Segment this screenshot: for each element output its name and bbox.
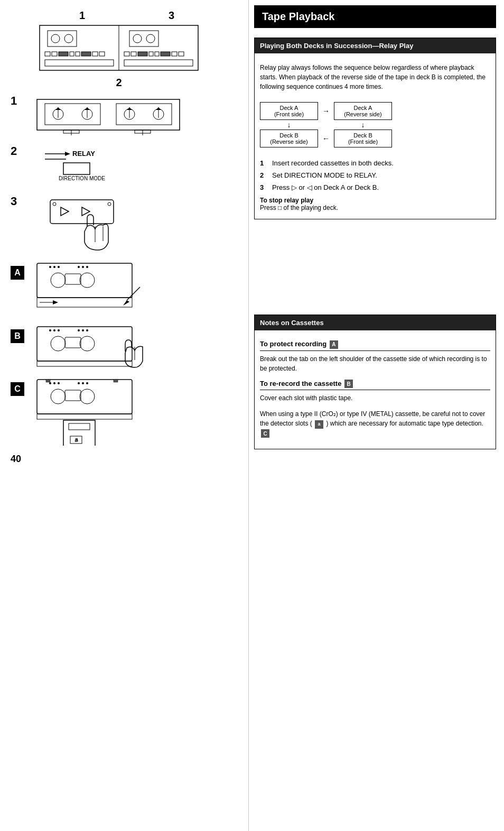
relay-intro-text: Relay play always follows the sequence b… bbox=[260, 63, 490, 91]
svg-point-91 bbox=[58, 382, 60, 384]
note-text: When using a type II (CrO₂) or type IV (… bbox=[260, 409, 490, 438]
svg-point-66 bbox=[82, 266, 84, 268]
deck-a-reverse-box: Deck A(Reverse side) bbox=[334, 102, 392, 120]
svg-point-56 bbox=[108, 202, 111, 206]
svg-point-76 bbox=[80, 336, 95, 351]
rerecord-label-box: B bbox=[344, 380, 353, 388]
stop-relay-section: To stop relay play Press □ of the playin… bbox=[260, 197, 490, 211]
svg-rect-59 bbox=[37, 263, 132, 298]
svg-point-6 bbox=[133, 34, 142, 43]
play-buttons-diagram bbox=[34, 195, 140, 253]
svg-point-89 bbox=[49, 382, 51, 384]
instruction-3: 3 Press ▷ or ◁ on Deck A or Deck B. bbox=[260, 183, 490, 191]
protect-label-box: A bbox=[330, 340, 338, 349]
deck-a-front-box: Deck A(Front side) bbox=[260, 102, 318, 120]
deck-diagram-top bbox=[37, 23, 201, 76]
svg-marker-71 bbox=[53, 300, 58, 304]
svg-point-79 bbox=[58, 329, 60, 331]
svg-rect-14 bbox=[92, 52, 98, 56]
svg-point-93 bbox=[82, 382, 84, 384]
svg-point-60 bbox=[51, 273, 66, 288]
svg-rect-16 bbox=[124, 52, 129, 56]
protect-text: Break out the tab on the left shoulder o… bbox=[260, 354, 490, 373]
svg-text:a: a bbox=[74, 437, 78, 443]
note-label-c: C bbox=[261, 429, 269, 438]
svg-rect-95 bbox=[65, 390, 81, 401]
svg-rect-83 bbox=[65, 337, 81, 348]
svg-rect-10 bbox=[59, 52, 68, 56]
step-c-label: C bbox=[11, 382, 24, 396]
svg-point-61 bbox=[80, 273, 95, 288]
label-3-top: 3 bbox=[169, 10, 174, 22]
instruction-1: 1 Insert recorded cassettes in both deck… bbox=[260, 159, 490, 167]
step-a-label: A bbox=[11, 266, 24, 280]
svg-point-3 bbox=[51, 34, 60, 43]
svg-point-94 bbox=[86, 382, 88, 384]
direction-mode-diagram: RELAY DIRECTION MODE bbox=[34, 144, 129, 187]
svg-point-64 bbox=[58, 266, 60, 268]
svg-marker-73 bbox=[123, 300, 129, 306]
page-number: 40 bbox=[11, 454, 243, 465]
svg-rect-21 bbox=[161, 52, 170, 56]
label-2: 2 bbox=[116, 77, 122, 88]
svg-line-72 bbox=[127, 287, 140, 300]
svg-point-82 bbox=[86, 329, 88, 331]
svg-point-62 bbox=[49, 266, 51, 268]
svg-rect-99 bbox=[63, 420, 95, 446]
svg-point-63 bbox=[53, 266, 55, 268]
relay-section-header: Playing Both Decks in Succession—Relay P… bbox=[255, 38, 496, 53]
svg-rect-84 bbox=[37, 361, 132, 366]
svg-rect-97 bbox=[46, 380, 50, 382]
svg-rect-13 bbox=[81, 52, 91, 56]
svg-rect-74 bbox=[37, 327, 132, 361]
svg-rect-96 bbox=[37, 414, 132, 419]
protect-title: To protect recording A bbox=[260, 340, 490, 351]
svg-rect-17 bbox=[131, 52, 136, 56]
svg-point-92 bbox=[78, 382, 80, 384]
svg-rect-24 bbox=[45, 60, 114, 66]
notes-section-header: Notes on Cassettes bbox=[255, 315, 496, 330]
svg-rect-19 bbox=[149, 52, 153, 56]
cassette-diagram-1 bbox=[34, 94, 182, 136]
cassette-c-diagram: a a bbox=[34, 377, 166, 446]
svg-rect-11 bbox=[70, 52, 74, 56]
svg-point-4 bbox=[64, 34, 73, 43]
svg-point-81 bbox=[82, 329, 84, 331]
svg-rect-2 bbox=[48, 31, 77, 47]
rerecord-text: Cover each slot with plastic tape. bbox=[260, 393, 490, 403]
svg-rect-98 bbox=[114, 380, 118, 382]
step-1-label: 1 bbox=[11, 94, 17, 107]
svg-rect-18 bbox=[138, 52, 147, 56]
cassette-b-diagram bbox=[34, 324, 166, 372]
svg-marker-47 bbox=[65, 152, 70, 156]
step-b-label: B bbox=[11, 329, 24, 343]
svg-rect-12 bbox=[76, 52, 80, 56]
svg-point-78 bbox=[53, 329, 55, 331]
svg-rect-50 bbox=[63, 163, 90, 174]
svg-point-75 bbox=[51, 336, 66, 351]
note-label-a: a bbox=[315, 420, 323, 429]
svg-marker-53 bbox=[61, 207, 69, 216]
svg-rect-34 bbox=[116, 104, 172, 125]
step-3-label: 3 bbox=[11, 195, 17, 208]
svg-rect-8 bbox=[45, 52, 50, 56]
svg-marker-54 bbox=[82, 207, 90, 216]
svg-rect-23 bbox=[179, 52, 184, 56]
svg-rect-25 bbox=[124, 60, 193, 66]
svg-point-88 bbox=[80, 389, 95, 404]
step-2-label: 2 bbox=[11, 144, 17, 158]
svg-rect-15 bbox=[99, 52, 105, 56]
svg-rect-100 bbox=[69, 423, 90, 430]
svg-point-7 bbox=[146, 34, 155, 43]
cassette-a-diagram bbox=[34, 261, 166, 319]
svg-point-87 bbox=[51, 389, 66, 404]
svg-rect-86 bbox=[37, 380, 132, 414]
svg-rect-20 bbox=[155, 52, 159, 56]
svg-rect-22 bbox=[172, 52, 177, 56]
instruction-2: 2 Set DIRECTION MODE to RELAY. bbox=[260, 171, 490, 179]
svg-point-80 bbox=[78, 329, 80, 331]
svg-rect-27 bbox=[45, 104, 100, 125]
deck-b-front-box: Deck B(Front side) bbox=[334, 130, 392, 147]
rerecord-title: To re-record the cassette B bbox=[260, 380, 490, 391]
svg-rect-9 bbox=[52, 52, 57, 56]
